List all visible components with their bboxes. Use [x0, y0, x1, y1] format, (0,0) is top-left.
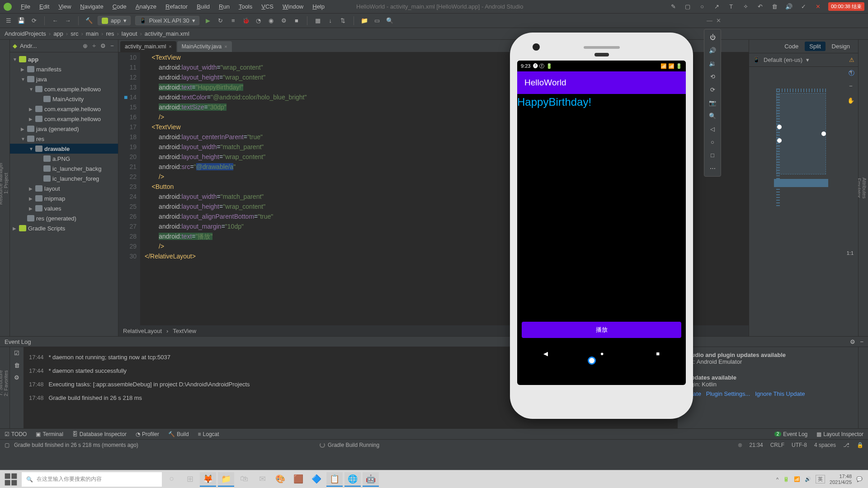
circle-icon[interactable]: ○	[698, 3, 706, 11]
start-button[interactable]	[2, 472, 20, 487]
menu-refactor[interactable]: Refactor	[161, 1, 192, 12]
menu-run[interactable]: Run	[214, 1, 234, 12]
tree-row[interactable]: res (generated)	[10, 213, 118, 223]
run-config-dropdown[interactable]: app ▾	[98, 16, 131, 25]
apply-icon[interactable]: ⚙	[280, 17, 288, 25]
speaker-icon[interactable]: 🔊	[785, 3, 793, 11]
recents-icon[interactable]: ■	[656, 350, 660, 357]
eventlog-tab[interactable]: 2 Event Log	[774, 431, 808, 437]
gear-icon[interactable]: ⚙	[14, 374, 19, 381]
android-studio-icon[interactable]: 🤖	[363, 472, 379, 487]
trash-icon[interactable]: 🗑	[770, 3, 778, 11]
undo-icon[interactable]: ↶	[756, 3, 764, 11]
target-icon[interactable]: ⊕	[82, 43, 88, 49]
back-icon[interactable]: ◀	[543, 350, 548, 357]
battery-icon[interactable]: 🔋	[783, 476, 789, 482]
tree-row[interactable]: a.PNG	[10, 154, 118, 164]
menu-edit[interactable]: Edit	[35, 1, 54, 12]
monitor-icon[interactable]: ▭	[373, 17, 381, 25]
close-icon[interactable]: ×	[224, 44, 227, 49]
plugin-settings-link[interactable]: Plugin Settings...	[706, 390, 750, 397]
app-icon[interactable]: 📋	[326, 472, 343, 487]
forward-icon[interactable]: →	[64, 17, 72, 25]
menu-analyze[interactable]: Analyze	[131, 1, 161, 12]
breadcrumb-item[interactable]: app	[53, 30, 63, 37]
tree-row[interactable]: ▶com.example.hellowo	[10, 114, 118, 124]
rotate-left-icon[interactable]: ⟲	[710, 73, 715, 80]
volume-down-icon[interactable]: 🔉	[709, 60, 716, 67]
menu-window[interactable]: Window	[278, 1, 308, 12]
attributes-tab[interactable]: Attributes	[862, 44, 867, 332]
volume-icon[interactable]: 🔊	[805, 476, 811, 482]
breadcrumb-item[interactable]: main	[86, 30, 99, 37]
screenshot-icon[interactable]: 📷	[709, 99, 716, 106]
menu-help[interactable]: Help	[308, 1, 329, 12]
menu-navigate[interactable]: Navigate	[75, 1, 108, 12]
menu-build[interactable]: Build	[192, 1, 214, 12]
zoom-icon[interactable]: 🔍	[709, 113, 716, 119]
tree-row[interactable]: ▼drawable	[10, 144, 118, 154]
profiler-tab[interactable]: ◔ Profiler	[136, 431, 159, 437]
tree-row[interactable]: ▶manifests	[10, 64, 118, 74]
logcat-tab[interactable]: ≡ Logcat	[198, 431, 219, 437]
menu-file[interactable]: File	[16, 1, 35, 12]
sdk-icon[interactable]: ↓	[326, 17, 335, 25]
tree-row[interactable]: MainActivity	[10, 94, 118, 104]
menu-vcs[interactable]: VCS	[257, 1, 278, 12]
trash-icon[interactable]: 🗑	[14, 362, 20, 369]
power-icon[interactable]: ⏻	[710, 34, 716, 41]
lock-icon[interactable]: 🔒	[857, 442, 863, 448]
minimize-icon[interactable]: —	[707, 17, 712, 24]
task-view-icon[interactable]: ⊞	[182, 472, 198, 487]
app-icon[interactable]: 🎨	[272, 472, 288, 487]
breadcrumb-item[interactable]: res	[106, 30, 114, 37]
folders-icon[interactable]: 📁	[360, 17, 368, 25]
device-dropdown[interactable]: 📱 Pixel XL API 30 ▾	[135, 16, 199, 25]
branch-icon[interactable]: ⎇	[843, 442, 849, 448]
sync-icon[interactable]: ⇅	[339, 17, 347, 25]
open-icon[interactable]: ☰	[5, 17, 13, 25]
explorer-icon[interactable]: 📁	[218, 472, 234, 487]
pencil-icon[interactable]: ✎	[669, 3, 677, 11]
breadcrumb-item[interactable]: activity_main.xml	[145, 30, 189, 37]
text-icon[interactable]: T	[727, 3, 735, 11]
record-badge[interactable]: 00:00:38 结束	[828, 2, 864, 11]
hammer-icon[interactable]: 🔨	[85, 17, 93, 25]
home-icon[interactable]: ○	[711, 139, 714, 145]
tree-row[interactable]: ▶java (generated)	[10, 124, 118, 134]
breadcrumb-item[interactable]: AndroidProjects	[5, 30, 46, 37]
chevron-up-icon[interactable]: ^	[776, 477, 778, 482]
clock[interactable]: 17:48 2021/4/25	[830, 474, 852, 485]
close-icon[interactable]: ⊗	[738, 442, 742, 448]
refresh-icon[interactable]: ⟳	[30, 17, 38, 25]
profile-icon[interactable]: ◔	[255, 17, 263, 25]
terminal-tab[interactable]: ▣ Terminal	[36, 431, 63, 437]
menu-code[interactable]: Code	[108, 1, 131, 12]
zoom-out-icon[interactable]: −	[846, 81, 855, 90]
zoom-in-icon[interactable]: +	[846, 67, 855, 76]
wand-icon[interactable]: ✧	[741, 3, 750, 11]
menu-view[interactable]: View	[54, 1, 75, 12]
split-icon[interactable]: ÷	[91, 43, 97, 49]
tree-row[interactable]: ic_launcher_backg	[10, 164, 118, 174]
breadcrumb-item[interactable]: src	[71, 30, 78, 37]
project-tab[interactable]: 1: Project	[3, 44, 9, 323]
overview-icon[interactable]: □	[711, 152, 714, 159]
tree-row[interactable]: ▶com.example.hellowo	[10, 104, 118, 114]
more-icon[interactable]: ⋯	[710, 165, 716, 172]
check-icon[interactable]: ☑	[14, 350, 19, 357]
ignore-link[interactable]: Ignore This Update	[755, 390, 805, 397]
rotate-right-icon[interactable]: ⟳	[710, 86, 715, 93]
app-icon[interactable]: 🟫	[290, 472, 307, 487]
square-icon[interactable]: ▢	[684, 3, 692, 11]
resource-mgr-tab[interactable]: Resource Manager	[0, 44, 3, 323]
rerun-icon[interactable]: ↻	[217, 17, 225, 25]
attach-icon[interactable]: ◉	[267, 17, 275, 25]
pan-icon[interactable]: ✋	[846, 96, 855, 105]
search-input[interactable]: 🔍 在这里输入你要搜索的内容	[22, 472, 162, 487]
debug-icon[interactable]: 🐞	[242, 17, 250, 25]
tree-row[interactable]: ▶mipmap	[10, 193, 118, 203]
box-icon[interactable]: ▢	[5, 442, 9, 448]
design-canvas[interactable]: 1:1	[749, 80, 858, 260]
breadcrumb-item[interactable]: layout	[122, 30, 137, 37]
